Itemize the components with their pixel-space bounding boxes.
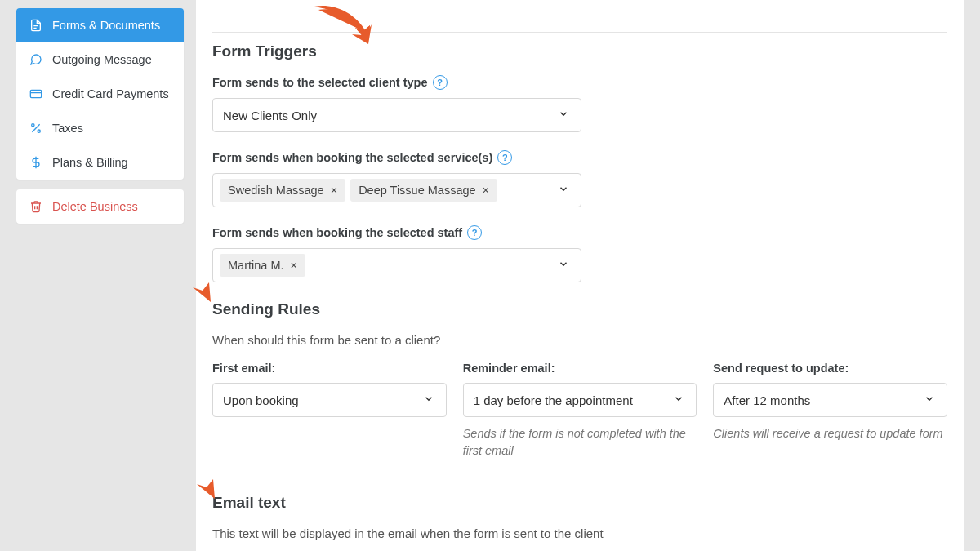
select-value: New Clients Only — [223, 109, 317, 122]
sidebar-item-label: Forms & Documents — [52, 19, 160, 32]
chip-remove-icon[interactable]: × — [483, 184, 489, 197]
chip-remove-icon[interactable]: × — [331, 184, 337, 197]
sidebar-item-credit-card-payments[interactable]: Credit Card Payments — [16, 77, 184, 111]
label-text: Form sends when booking the selected sta… — [212, 226, 462, 239]
chip-remove-icon[interactable]: × — [291, 259, 297, 272]
label-update-request: Send request to update: — [713, 362, 947, 375]
label-staff: Form sends when booking the selected sta… — [212, 225, 947, 240]
trash-icon — [29, 200, 42, 213]
sending-columns: First email: Upon booking Reminder email… — [212, 362, 947, 460]
svg-point-5 — [32, 124, 34, 127]
sending-subtitle: When should this form be sent to a clien… — [212, 333, 947, 347]
select-value: Upon booking — [223, 393, 299, 407]
sidebar-item-forms-documents[interactable]: Forms & Documents — [16, 8, 184, 42]
label-text: Form sends to the selected client type — [212, 76, 428, 89]
label-client-type: Form sends to the selected client type ? — [212, 75, 947, 90]
sidebar-item-label: Outgoing Message — [52, 53, 152, 66]
chevron-down-icon — [924, 393, 935, 407]
svg-rect-2 — [30, 90, 41, 97]
col-first-email: First email: Upon booking — [212, 362, 447, 460]
chip-label: Swedish Massage — [228, 184, 324, 197]
sidebar-item-label: Credit Card Payments — [52, 87, 169, 100]
message-icon — [29, 53, 42, 66]
main-panel: Form Triggers Form sends to the selected… — [196, 0, 964, 551]
sidebar-item-label: Delete Business — [52, 200, 138, 213]
sidebar-item-label: Plans & Billing — [52, 156, 128, 169]
dollar-icon — [29, 156, 42, 169]
section-title-email-text: Email text — [212, 494, 947, 512]
select-update-request[interactable]: After 12 months — [713, 383, 947, 417]
email-subtitle: This text will be displayed in the email… — [212, 527, 947, 540]
sidebar-item-taxes[interactable]: Taxes — [16, 111, 184, 145]
select-reminder-email[interactable]: 1 day before the appointment — [463, 383, 697, 417]
credit-card-icon — [29, 87, 42, 100]
chevron-down-icon — [673, 393, 684, 407]
chevron-down-icon — [558, 109, 569, 122]
chip-service: Swedish Massage× — [220, 179, 345, 202]
col-update-request: Send request to update: After 12 months … — [713, 362, 947, 460]
chevron-down-icon — [558, 259, 569, 273]
percent-icon — [29, 122, 42, 135]
chip-service: Deep Tissue Massage× — [350, 179, 497, 202]
label-first-email: First email: — [212, 362, 447, 375]
sidebar-item-outgoing-message[interactable]: Outgoing Message — [16, 42, 184, 77]
sidebar: Forms & Documents Outgoing Message Credi… — [16, 8, 184, 233]
chip-staff: Martina M.× — [220, 254, 305, 277]
reminder-hint: Sends if the form is not completed with … — [463, 425, 697, 460]
chip-label: Martina M. — [228, 259, 284, 272]
update-hint: Clients will receive a request to update… — [713, 425, 947, 442]
sidebar-item-plans-billing[interactable]: Plans & Billing — [16, 145, 184, 180]
sidebar-nav: Forms & Documents Outgoing Message Credi… — [16, 8, 184, 180]
document-icon — [29, 19, 42, 32]
select-first-email[interactable]: Upon booking — [212, 383, 447, 417]
sidebar-item-label: Taxes — [52, 122, 83, 135]
divider — [212, 32, 947, 33]
label-services: Form sends when booking the selected ser… — [212, 150, 947, 165]
select-staff[interactable]: Martina M.× — [212, 248, 581, 282]
svg-point-6 — [38, 130, 40, 132]
select-value: 1 day before the appointment — [474, 393, 633, 407]
label-text: Form sends when booking the selected ser… — [212, 151, 492, 164]
svg-line-4 — [32, 124, 39, 131]
sidebar-delete-card: Delete Business — [16, 189, 184, 224]
help-icon[interactable]: ? — [467, 225, 482, 240]
help-icon[interactable]: ? — [433, 75, 448, 90]
help-icon[interactable]: ? — [497, 150, 512, 165]
select-services[interactable]: Swedish Massage× Deep Tissue Massage× — [212, 173, 581, 207]
section-title-sending-rules: Sending Rules — [212, 300, 947, 318]
label-reminder-email: Reminder email: — [463, 362, 697, 375]
delete-business-button[interactable]: Delete Business — [16, 189, 184, 224]
select-value: After 12 months — [724, 393, 810, 407]
section-title-form-triggers: Form Triggers — [212, 42, 947, 60]
chevron-down-icon — [558, 184, 569, 198]
col-reminder-email: Reminder email: 1 day before the appoint… — [463, 362, 697, 460]
select-client-type[interactable]: New Clients Only — [212, 98, 581, 132]
chip-label: Deep Tissue Massage — [359, 184, 475, 197]
chevron-down-icon — [423, 393, 434, 407]
